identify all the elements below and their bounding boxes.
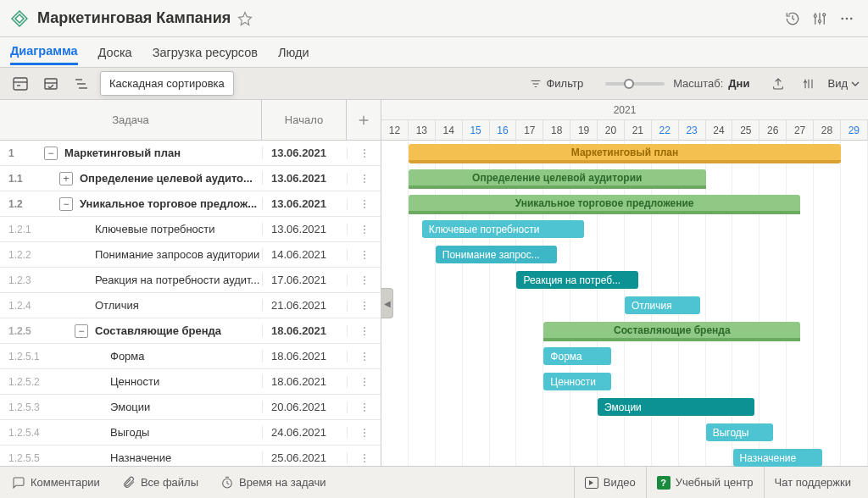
task-start-date: 13.06.2021 (262, 147, 347, 159)
gantt-bar[interactable]: Отличия (625, 296, 700, 314)
task-start-date: 20.06.2021 (262, 401, 347, 413)
svg-point-32 (364, 203, 365, 205)
row-menu-button[interactable] (347, 274, 381, 286)
row-menu-button[interactable] (347, 401, 381, 413)
row-menu-button[interactable] (347, 224, 381, 235)
columns-icon[interactable] (797, 73, 821, 95)
export-icon[interactable] (766, 73, 790, 95)
task-row[interactable]: 1.1+Определение целевой аудито...13.06.2… (0, 166, 381, 191)
cascade-sort-icon[interactable] (70, 73, 93, 95)
row-menu-button[interactable] (347, 147, 381, 159)
timelog-button[interactable]: Время на задачи (215, 476, 331, 490)
gantt-bar[interactable]: Ценности (543, 373, 611, 390)
task-name: Отличия (95, 299, 139, 312)
tab-board[interactable]: Доска (98, 41, 132, 64)
chat-button[interactable]: Чат поддержки (764, 467, 861, 499)
task-row[interactable]: 1.2.5.5Назначение25.06.2021 (0, 445, 381, 466)
row-toggle[interactable]: − (59, 197, 73, 211)
row-menu-button[interactable] (347, 452, 381, 464)
baseline-icon[interactable] (39, 73, 63, 95)
task-name: Понимание запросов аудитории (95, 248, 259, 261)
gantt-bar[interactable]: Назначение (733, 449, 822, 467)
task-row[interactable]: 1.2.1Ключевые потребности13.06.2021 (0, 217, 381, 242)
row-number: 1.2.5.3 (0, 401, 37, 413)
row-menu-button[interactable] (347, 300, 381, 312)
task-row[interactable]: 1.2.5−Составляющие бренда18.06.2021 (0, 318, 381, 344)
svg-point-43 (364, 301, 365, 302)
video-button[interactable]: Видео (574, 467, 646, 499)
gantt-bar[interactable]: Ключевые потребности (422, 220, 584, 238)
row-toggle[interactable]: − (75, 324, 88, 338)
task-row[interactable]: 1.2.2Понимание запросов аудитории14.06.2… (0, 242, 381, 268)
row-number: 1.1 (0, 173, 37, 185)
task-row[interactable]: 1.2.5.1Форма18.06.2021 (0, 344, 381, 369)
row-menu-button[interactable] (347, 325, 381, 337)
gantt-bar[interactable]: Маркетинговый план (409, 144, 841, 163)
row-toggle[interactable]: + (59, 172, 73, 185)
play-icon (585, 477, 598, 489)
task-name: Реакция на потребности аудит... (95, 274, 259, 286)
svg-point-53 (364, 381, 365, 383)
svg-point-35 (364, 229, 365, 230)
scale-control: Масштаб: Дни (602, 77, 749, 90)
task-row[interactable]: 1−Маркетинговый план13.06.2021 (0, 141, 381, 166)
task-rows: 1−Маркетинговый план13.06.20211.1+Опреде… (0, 141, 381, 466)
tab-diagram[interactable]: Диаграмма (10, 39, 78, 65)
row-menu-button[interactable] (347, 198, 381, 210)
files-button[interactable]: Все файлы (117, 476, 203, 490)
clock-icon (220, 476, 234, 490)
svg-point-39 (364, 257, 365, 259)
row-number: 1.2.3 (0, 274, 37, 286)
row-menu-button[interactable] (347, 351, 381, 362)
gantt-bar[interactable]: Форма (543, 347, 611, 365)
gantt-bar[interactable]: Понимание запрос... (436, 246, 558, 263)
gantt-bar[interactable]: Составляющие бренда (543, 322, 800, 341)
gantt-bar[interactable]: Уникальное торговое предложение (409, 195, 800, 214)
svg-point-1 (814, 14, 816, 17)
more-menu-icon[interactable] (836, 8, 858, 30)
tab-people[interactable]: Люди (278, 41, 309, 64)
row-menu-button[interactable] (347, 376, 381, 388)
day-header: 29 (841, 120, 868, 141)
comments-button[interactable]: Комментарии (7, 476, 105, 490)
gantt-bar[interactable]: Реакция на потреб... (516, 271, 638, 289)
gantt-bar[interactable]: Определение целевой аудитории (409, 169, 706, 189)
task-start-date: 25.06.2021 (262, 451, 347, 464)
learn-label: Учебный центр (676, 476, 754, 489)
task-row[interactable]: 1.2.3Реакция на потребности аудит...17.0… (0, 268, 381, 293)
task-row[interactable]: 1.2.5.2Ценности18.06.2021 (0, 369, 381, 395)
filter-button[interactable]: Фильтр (530, 77, 583, 90)
learn-button[interactable]: ? Учебный центр (646, 467, 764, 499)
day-header: 28 (814, 120, 841, 141)
svg-point-54 (364, 385, 365, 386)
row-menu-button[interactable] (347, 427, 381, 439)
row-toggle[interactable]: − (44, 147, 58, 160)
svg-point-38 (364, 254, 365, 256)
favorite-star-icon[interactable] (237, 11, 253, 26)
task-row[interactable]: 1.2.4Отличия21.06.2021 (0, 293, 381, 318)
svg-point-48 (364, 334, 365, 335)
row-menu-button[interactable] (347, 249, 381, 261)
row-menu-button[interactable] (347, 173, 381, 185)
comments-icon (12, 476, 25, 490)
gantt-bar[interactable]: Эмоции (598, 398, 754, 416)
gantt-bar[interactable]: Выгоды (706, 423, 774, 441)
task-row[interactable]: 1.2−Уникальное торговое предлож...13.06.… (0, 191, 381, 217)
day-header: 26 (760, 120, 787, 141)
task-start-date: 18.06.2021 (262, 324, 347, 337)
row-number: 1.2 (0, 198, 37, 210)
add-column-button[interactable] (347, 100, 381, 140)
task-name: Определение целевой аудито... (80, 172, 253, 185)
view-dropdown[interactable]: Вид (827, 77, 860, 90)
settings-sliders-icon[interactable] (809, 8, 831, 30)
task-row[interactable]: 1.2.5.3Эмоции20.06.2021 (0, 395, 381, 420)
history-icon[interactable] (782, 8, 804, 30)
zoom-slider[interactable] (605, 82, 665, 86)
task-name: Ключевые потребности (95, 223, 215, 235)
svg-point-45 (364, 308, 365, 310)
task-row[interactable]: 1.2.5.4Выгоды24.06.2021 (0, 420, 381, 445)
tab-workload[interactable]: Загрузка ресурсов (153, 41, 258, 64)
day-header: 24 (706, 120, 733, 141)
auto-schedule-icon[interactable] (8, 73, 32, 95)
collapse-handle[interactable]: ◀ (381, 288, 393, 318)
